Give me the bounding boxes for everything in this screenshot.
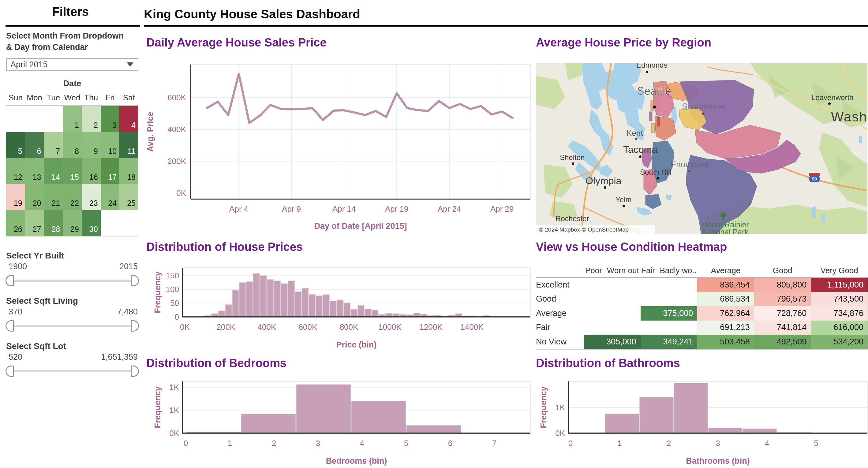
calendar-day-cell[interactable]: 26: [6, 210, 25, 236]
calendar-day-cell[interactable]: 27: [25, 210, 44, 236]
histogram-bar[interactable]: [295, 292, 302, 317]
heatmap-cell[interactable]: 1,115,000: [811, 278, 868, 292]
heatmap-cell[interactable]: 734,876: [811, 306, 868, 321]
sqft-living-slider[interactable]: [9, 325, 135, 327]
calendar-day-cell[interactable]: 16: [82, 158, 101, 184]
heatmap-cell[interactable]: 762,964: [697, 306, 754, 321]
yr-built-slider-handle-min[interactable]: [5, 275, 14, 286]
calendar-day-cell[interactable]: 22: [63, 184, 82, 210]
calendar-day-cell[interactable]: 3: [101, 106, 120, 132]
histogram-bar[interactable]: [246, 282, 252, 317]
heatmap-cell[interactable]: 375,000: [641, 306, 698, 321]
histogram-bar[interactable]: [296, 385, 351, 433]
yr-built-slider[interactable]: [9, 279, 135, 282]
histogram-bar[interactable]: [385, 313, 392, 317]
histogram-bar[interactable]: [218, 311, 225, 317]
calendar-day-cell[interactable]: 19: [6, 184, 25, 210]
calendar-day-cell[interactable]: 5: [6, 132, 25, 158]
calendar-day-cell[interactable]: 12: [6, 158, 25, 184]
histogram-bar[interactable]: [413, 313, 420, 317]
histogram-bar[interactable]: [365, 309, 371, 317]
calendar-day-cell[interactable]: 24: [101, 184, 120, 210]
histogram-bar[interactable]: [309, 294, 315, 317]
calendar-day-cell[interactable]: 14: [44, 158, 63, 184]
calendar-day-cell[interactable]: 20: [25, 184, 44, 210]
histogram-bar[interactable]: [358, 305, 364, 317]
calendar-day-cell[interactable]: 30: [82, 210, 101, 236]
heatmap-cell[interactable]: 728,760: [754, 306, 811, 321]
histogram-bar[interactable]: [260, 276, 267, 317]
region-map[interactable]: Edmonds Seattle Snoqualmie Kent Tacoma E…: [536, 63, 867, 234]
histogram-bar[interactable]: [241, 414, 296, 433]
histogram-bar[interactable]: [351, 401, 406, 433]
map-region[interactable]: [657, 117, 660, 126]
month-dropdown[interactable]: April 2015: [6, 58, 138, 71]
map-region[interactable]: [649, 112, 652, 121]
calendar-day-cell[interactable]: 17: [101, 158, 120, 184]
map-region[interactable]: [651, 100, 654, 110]
calendar-day-cell[interactable]: 18: [119, 158, 138, 184]
histogram-bar[interactable]: [267, 279, 274, 317]
heatmap-cell[interactable]: 741,814: [754, 321, 811, 335]
sqft-living-slider-handle-min[interactable]: [5, 320, 14, 332]
calendar-day-cell[interactable]: 10: [101, 132, 120, 158]
histogram-bar[interactable]: [253, 273, 259, 317]
sqft-lot-slider-handle-max[interactable]: [131, 366, 139, 377]
calendar-day-cell[interactable]: 8: [63, 132, 82, 158]
heatmap-cell[interactable]: 349,241: [641, 335, 698, 349]
month-filter-label-line1: Select Month From Dropdown: [6, 31, 124, 41]
histogram-bar[interactable]: [605, 414, 639, 433]
calendar-day-cell[interactable]: 9: [82, 132, 101, 158]
calendar-day-cell[interactable]: 29: [63, 210, 82, 236]
calendar-day-cell[interactable]: 11: [119, 132, 138, 158]
calendar-day-cell[interactable]: 15: [63, 158, 82, 184]
heatmap-cell[interactable]: 743,500: [811, 292, 868, 306]
sqft-lot-slider[interactable]: [9, 370, 135, 372]
heatmap-cell[interactable]: 616,000: [811, 321, 868, 335]
histogram-bar[interactable]: [274, 281, 281, 317]
sqft-living-slider-handle-max[interactable]: [131, 320, 139, 332]
histogram-bar[interactable]: [708, 428, 742, 433]
calendar-day-cell[interactable]: 23: [82, 184, 101, 210]
histogram-bar[interactable]: [351, 309, 357, 317]
histogram-bar[interactable]: [639, 397, 673, 433]
yr-built-slider-handle-max[interactable]: [131, 275, 139, 286]
heatmap-cell[interactable]: 503,458: [697, 335, 754, 349]
histogram-bar[interactable]: [316, 296, 322, 317]
heatmap-cell[interactable]: 691,213: [697, 321, 754, 335]
heatmap-cell[interactable]: 492,509: [754, 335, 811, 349]
histogram-bar[interactable]: [225, 305, 232, 317]
calendar-day-cell[interactable]: 7: [44, 132, 63, 158]
histogram-bar[interactable]: [330, 301, 336, 317]
calendar-day-cell[interactable]: 4: [119, 106, 138, 132]
heatmap-cell[interactable]: 686,534: [697, 292, 754, 306]
calendar-day-cell[interactable]: 21: [44, 184, 63, 210]
histogram-bar[interactable]: [344, 303, 350, 317]
calendar-day-cell[interactable]: 6: [25, 132, 44, 158]
histogram-bar[interactable]: [288, 281, 294, 317]
calendar-day-cell[interactable]: 2: [82, 106, 101, 132]
histogram-bar[interactable]: [281, 283, 287, 317]
histogram-bar[interactable]: [743, 429, 777, 433]
histogram-bar[interactable]: [302, 288, 309, 317]
heatmap-cell[interactable]: 305,000: [584, 335, 641, 349]
calendar-day-cell[interactable]: 25: [119, 184, 138, 210]
histogram-bar[interactable]: [372, 310, 378, 317]
histogram-bar[interactable]: [337, 300, 343, 317]
histogram-bar[interactable]: [323, 295, 329, 317]
calendar-day-cell[interactable]: 28: [44, 210, 63, 236]
histogram-bar[interactable]: [406, 426, 461, 433]
sqft-lot-slider-handle-min[interactable]: [5, 366, 14, 377]
heatmap-cell[interactable]: 836,454: [697, 278, 754, 292]
histogram-bar[interactable]: [239, 282, 246, 317]
map-region[interactable]: [651, 123, 655, 132]
calendar-day-number: 30: [89, 225, 98, 234]
heatmap-cell[interactable]: 534,200: [811, 335, 868, 349]
calendar-day-cell[interactable]: 1: [63, 106, 82, 132]
heatmap-cell[interactable]: 796,573: [754, 292, 811, 306]
histogram-bar[interactable]: [674, 383, 708, 433]
histogram-bar[interactable]: [232, 290, 239, 317]
heatmap-cell[interactable]: 805,800: [754, 278, 811, 292]
y-tick-label: 0K: [169, 429, 179, 438]
calendar-day-cell[interactable]: 13: [25, 158, 44, 184]
